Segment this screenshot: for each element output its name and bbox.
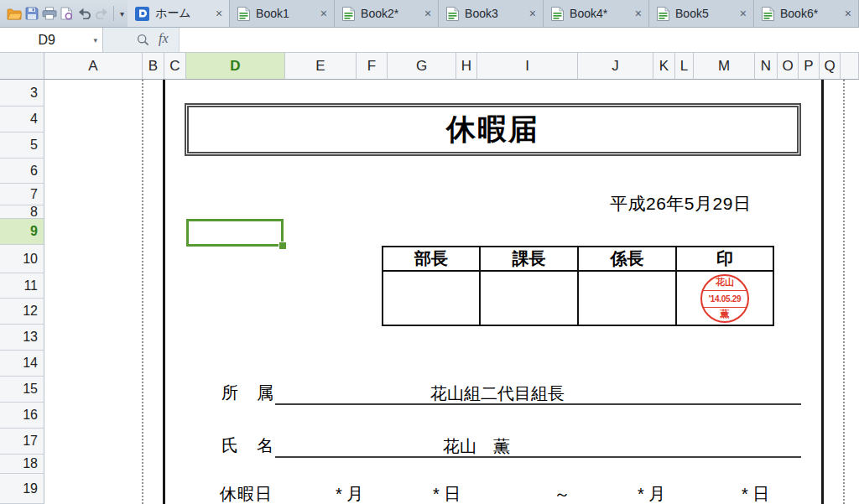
tab-home[interactable]: ホーム× [128,0,230,27]
column-header-k[interactable]: K [653,53,675,80]
tab-close-icon[interactable]: × [842,7,854,20]
tab-book1[interactable]: Book1× [230,0,335,27]
tab-book3[interactable]: Book3× [439,0,544,27]
column-header-g[interactable]: G [388,53,456,80]
tab-label: Book4* [570,7,627,20]
row-header-12[interactable]: 12 [0,299,44,325]
row-header-19[interactable]: 19 [0,474,44,504]
form-date: 平成26年5月29日 [610,192,751,216]
tab-book5[interactable]: Book5× [649,0,754,27]
row-header-8[interactable]: 8 [0,205,44,219]
tab-book2[interactable]: Book2*× [335,0,439,27]
spreadsheet-doc-icon [551,7,564,21]
column-header-o[interactable]: O [778,53,799,80]
stamp-date: '14.05.29 [702,290,747,308]
column-header-m[interactable]: M [694,53,755,80]
column-header-b[interactable]: B [143,53,164,80]
spreadsheet-doc-icon [657,7,669,21]
quick-access-toolbar: ▾ [0,0,128,27]
stamp-surname: 花山 [702,276,747,288]
spreadsheet-doc-icon [446,7,459,21]
redo-icon[interactable] [93,3,111,23]
tab-book4[interactable]: Book4*× [544,0,649,27]
row-header-14[interactable]: 14 [0,351,44,377]
column-header-q[interactable]: Q [820,53,841,80]
tab-label: Book3 [465,7,522,20]
row-header-5[interactable]: 5 [0,132,44,158]
column-header-e[interactable]: E [285,53,357,80]
column-header-i[interactable]: I [477,53,578,80]
approval-table: 部長 課長 係長 印 花山 '14.05.29 薫 [382,246,774,326]
insert-function-icon[interactable]: fx [159,31,169,46]
formula-input[interactable] [179,28,859,52]
page-break-line-right [843,80,845,504]
selected-cell-outline[interactable] [186,219,284,247]
row-header-4[interactable]: 4 [0,107,44,132]
vacation-day-label: 休暇日 [220,483,273,504]
tab-close-icon[interactable]: × [318,7,330,20]
affiliation-label: 所 属 [221,382,274,404]
vacation-part-0: * 月 [336,483,363,504]
toolbar-more-dropdown-icon[interactable]: ▾ [117,9,128,18]
column-header-a[interactable]: A [44,53,143,80]
form-title: 休暇届 [446,110,539,149]
column-header-h[interactable]: H [456,53,477,80]
form-border-left [163,80,165,504]
spreadsheet-doc-icon [237,7,250,21]
name-box-dropdown-icon[interactable]: ▾ [93,36,102,44]
row-header-16[interactable]: 16 [0,403,44,429]
row-header-7[interactable]: 7 [0,184,44,205]
tab-label: Book2* [361,7,417,20]
form-border-right [821,80,824,504]
row-header-18[interactable]: 18 [0,455,44,474]
affiliation-value: 花山組二代目組長 [275,382,720,405]
wps-home-icon [135,7,149,21]
tab-close-icon[interactable]: × [527,7,539,20]
vacation-part-1: * 日 [433,483,461,504]
approval-cell-seal[interactable]: 花山 '14.05.29 薫 [677,272,773,325]
row-header-10[interactable]: 10 [0,245,44,273]
row-header-3[interactable]: 3 [0,80,44,107]
cell-name-box[interactable]: D9 ▾ [0,28,103,52]
row-header-17[interactable]: 17 [0,429,44,455]
approval-cell-empty[interactable] [481,272,579,325]
undo-icon[interactable] [75,3,93,23]
open-folder-icon[interactable] [6,3,23,23]
select-all-corner[interactable] [0,53,44,80]
column-header-blank[interactable] [841,53,859,80]
column-header-l[interactable]: L [675,53,694,80]
zoom-magnifier-icon[interactable] [137,34,149,49]
name-value: 花山 薫 [275,435,678,458]
approval-header-seal: 印 [677,247,773,272]
tab-book6[interactable]: Book6*× [754,0,859,27]
approval-header-bucho: 部長 [383,247,481,272]
row-header-15[interactable]: 15 [0,377,44,403]
print-preview-icon[interactable] [59,3,76,23]
column-header-f[interactable]: F [357,53,388,80]
row-header-11[interactable]: 11 [0,273,44,299]
column-headers: ABCDEFGHIJKLMNOPQ [0,53,859,80]
column-header-p[interactable]: P [799,53,820,80]
spreadsheet-window: ▾ ホーム×Book1×Book2*×Book3×Book4*×Book5×Bo… [0,0,859,504]
column-header-n[interactable]: N [755,53,778,80]
row-header-6[interactable]: 6 [0,158,44,184]
stamp-given-name: 薫 [702,308,747,321]
column-header-j[interactable]: J [578,53,653,80]
column-header-d[interactable]: D [186,53,285,80]
tab-label: ホーム [155,6,208,21]
approval-cell-empty[interactable] [383,272,481,325]
save-icon[interactable] [23,3,41,23]
tab-close-icon[interactable]: × [737,7,749,20]
column-header-c[interactable]: C [164,53,186,80]
row-header-13[interactable]: 13 [0,325,44,351]
tab-close-icon[interactable]: × [422,7,434,20]
spreadsheet-doc-icon [762,7,774,21]
vacation-part-4: * 日 [742,483,769,504]
tab-close-icon[interactable]: × [213,7,225,20]
tab-close-icon[interactable]: × [633,7,644,20]
approval-cell-empty[interactable] [579,272,677,325]
spreadsheet-doc-icon [342,7,355,21]
row-header-9[interactable]: 9 [0,219,44,245]
fill-handle[interactable] [279,242,287,250]
print-icon[interactable] [41,3,59,23]
